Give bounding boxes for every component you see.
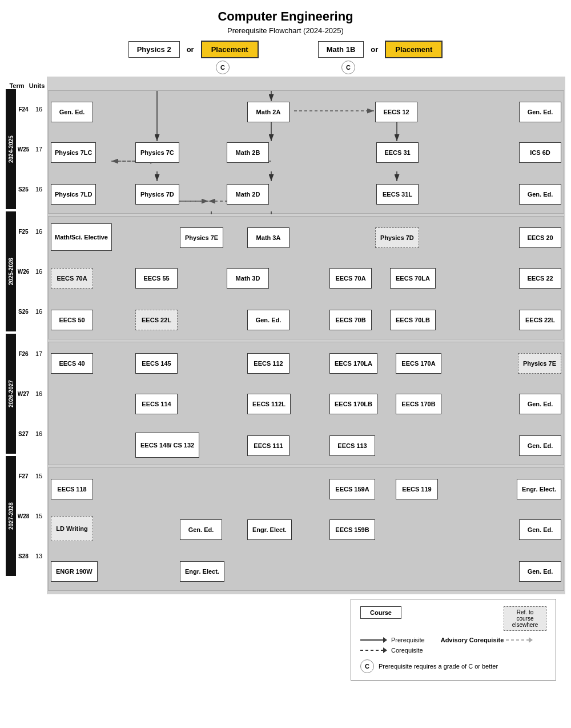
node-physics7lc: Physics 7LC: [51, 142, 96, 163]
legend-grade-c-label: Prerequisite requires a grade of C or be…: [379, 663, 498, 670]
node-physics7c: Physics 7C: [135, 142, 179, 163]
node-gen-ed-s26: Gen. Ed.: [247, 310, 289, 330]
year-band-2027-2028: EECS 118 EECS 159A EECS 119 Engr. Elect.…: [48, 467, 564, 591]
node-eecs12: EECS 12: [375, 102, 417, 122]
node-gen-ed-s25: Gen. Ed.: [519, 184, 561, 205]
node-gen-ed-w28-right: Gen. Ed.: [519, 519, 561, 540]
legend: Course Ref. tocourseelsewhere Prerequisi…: [351, 599, 556, 681]
year-band-2024-2025: Gen. Ed. Math 2A EECS 12 Gen. Ed. Physic…: [48, 90, 564, 214]
year-label-2024-2025: 2024-2025: [6, 89, 16, 209]
node-eecs70a-ref: EECS 70A: [51, 268, 93, 289]
node-eecs111: EECS 111: [247, 435, 289, 456]
node-eecs22l: EECS 22L: [519, 310, 561, 330]
term-W25: W25: [16, 146, 31, 153]
node-eecs112l: EECS 112L: [247, 394, 291, 414]
node-eecs159b: EECS 159B: [329, 519, 375, 540]
left-label-column: Term Units 2024-2025 F24 16 W25 17 S25: [6, 77, 47, 578]
row-W27: EECS 114 EECS 112L EECS 170LB EECS 170B …: [49, 385, 564, 423]
node-math2d: Math 2D: [227, 184, 269, 205]
units-W25: 17: [31, 146, 47, 153]
or2-text: or: [371, 45, 378, 54]
term-W27: W27: [16, 391, 31, 397]
units-S25: 16: [31, 186, 47, 193]
node-eecs22l-ref: EECS 22L: [135, 310, 178, 330]
node-eecs145: EECS 145: [135, 353, 178, 374]
units-F27: 15: [31, 473, 47, 479]
placement1-box: Placement: [201, 41, 259, 58]
node-eecs114: EECS 114: [135, 394, 178, 414]
units-F26: 17: [31, 350, 47, 357]
node-eecs55: EECS 55: [135, 268, 178, 289]
term-S25: S25: [16, 186, 31, 193]
units-W28: 15: [31, 513, 47, 519]
page-title: Computer Engineering: [6, 0, 565, 26]
or1-text: or: [187, 45, 194, 54]
units-W27: 16: [31, 390, 47, 397]
node-ld-writing: LD Writing: [51, 516, 93, 541]
node-eecs119: EECS 119: [396, 479, 438, 499]
node-eecs31: EECS 31: [376, 142, 419, 163]
term-F27: F27: [16, 473, 31, 479]
year-band-2025-2026: Math/Sci. Elective Physics 7E Math 3A Ph…: [48, 216, 564, 339]
node-math3a: Math 3A: [247, 227, 289, 248]
row-F24: Gen. Ed. Math 2A EECS 12 Gen. Ed.: [49, 93, 564, 131]
node-eecs170lb: EECS 170LB: [329, 394, 377, 414]
grade-c-1: C: [216, 61, 230, 74]
node-gen-ed-F24-right: Gen. Ed.: [519, 102, 561, 122]
row-F26: EECS 40 EECS 145 EECS 112 EECS 170LA EEC…: [49, 345, 564, 382]
term-S27: S27: [16, 431, 31, 437]
units-F25: 16: [31, 228, 47, 235]
row-W26: EECS 70A EECS 55 Math 3D EECS 70A EECS 7…: [49, 259, 564, 298]
term-W28: W28: [16, 513, 31, 519]
node-eecs70b: EECS 70B: [329, 310, 372, 330]
year-label-2026-2027: 2026-2027: [6, 334, 16, 454]
row-S27: EECS 148/ CS 132 EECS 111 EECS 113 Gen. …: [49, 427, 564, 465]
node-physics7d-ref: Physics 7D: [375, 227, 419, 248]
page-subtitle: Prerequisite Flowchart (2024-2025): [6, 26, 565, 35]
node-math2a: Math 2A: [247, 102, 289, 122]
term-S26: S26: [16, 309, 31, 315]
year-band-2026-2027: EECS 40 EECS 145 EECS 112 EECS 170LA EEC…: [48, 342, 564, 465]
node-physics7e-f25: Physics 7E: [180, 227, 223, 248]
term-F25: F25: [16, 229, 31, 235]
node-engr190w: ENGR 190W: [51, 561, 98, 582]
node-eecs31l: EECS 31L: [376, 184, 419, 205]
node-gen-ed-w28: Gen. Ed.: [180, 519, 222, 540]
node-math2b: Math 2B: [227, 142, 269, 163]
node-gen-ed-s28: Gen. Ed.: [519, 561, 561, 582]
node-engr-elect-w28: Engr. Elect.: [247, 519, 292, 540]
legend-coreq-label: Corequisite: [391, 647, 423, 654]
row-S25: Physics 7LD Physics 7D Math 2D EECS 31L …: [49, 175, 564, 213]
legend-advisory-label: Advisory Corequisite: [441, 637, 504, 643]
units-F24: 16: [31, 106, 47, 113]
node-eecs113: EECS 113: [329, 435, 375, 456]
legend-prereq-label: Prerequisite: [391, 637, 425, 643]
year-label-2025-2026: 2025-2026: [6, 211, 16, 331]
year-label-2027-2028: 2027-2028: [6, 456, 16, 576]
legend-grade-c: C: [360, 659, 374, 673]
placement2-box: Placement: [385, 41, 443, 58]
node-eecs112: EECS 112: [247, 353, 289, 374]
physics2-box: Physics 2: [128, 41, 180, 58]
node-eecs170b: EECS 170B: [396, 394, 441, 414]
node-gen-ed-s27: Gen. Ed.: [519, 435, 561, 456]
node-eecs20: EECS 20: [519, 227, 561, 248]
row-W25: Physics 7LC Physics 7C Math 2B EECS 31 I…: [49, 133, 564, 172]
node-eecs70la: EECS 70LA: [390, 268, 436, 289]
node-eecs118: EECS 118: [51, 479, 93, 499]
node-ics6d: ICS 6D: [519, 142, 561, 163]
row-F25: Math/Sci. Elective Physics 7E Math 3A Ph…: [49, 219, 564, 257]
node-gen-ed-w27: Gen. Ed.: [519, 394, 561, 414]
node-eecs170la: EECS 170LA: [329, 353, 377, 374]
units-header: Units: [27, 82, 47, 89]
term-F24: F24: [16, 106, 31, 113]
node-eecs159a: EECS 159A: [329, 479, 375, 499]
node-eecs148-cs132: EECS 148/ CS 132: [135, 433, 199, 458]
node-eecs40: EECS 40: [51, 353, 93, 374]
term-F26: F26: [16, 351, 31, 357]
node-physics7ld: Physics 7LD: [51, 184, 96, 205]
node-gen-ed-F24: Gen. Ed.: [51, 102, 93, 122]
node-mathsci-elective: Math/Sci. Elective: [51, 223, 112, 251]
node-eecs70lb: EECS 70LB: [390, 310, 436, 330]
row-S28: ENGR 190W Engr. Elect. Gen. Ed.: [49, 553, 564, 590]
